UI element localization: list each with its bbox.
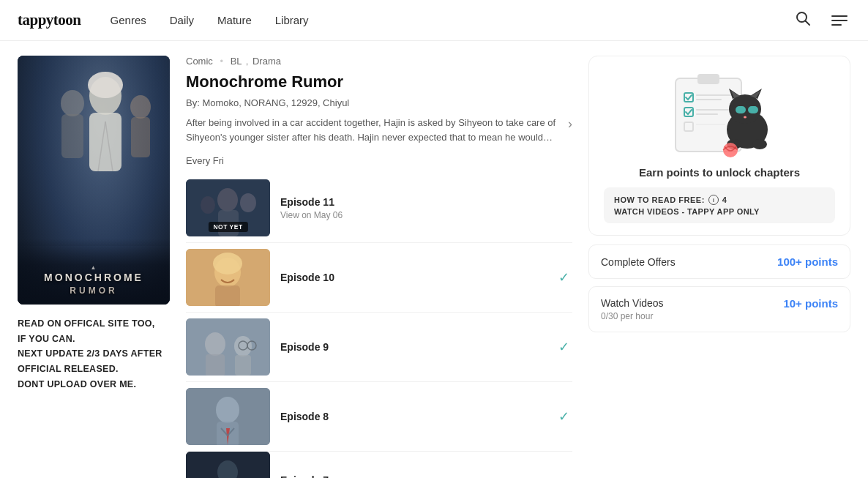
episode-8-thumb: [186, 388, 270, 445]
cover-image: MONOCHROME RUMOR ▲: [18, 56, 170, 305]
svg-point-15: [240, 193, 256, 212]
authors-line: By: Momoko, NORANG, 12929, Chiyul: [186, 97, 572, 108]
tag-separator-2: ,: [246, 56, 249, 67]
search-icon: [795, 10, 811, 26]
main-nav: Genres Daily Mature Library: [111, 14, 309, 26]
episode-list: NOT YET Episode 11 View on May 06: [186, 173, 572, 478]
episode-10-number: Episode 10: [280, 272, 548, 283]
description-area: After being involved in a car accident t…: [186, 116, 572, 145]
description-text: After being involved in a car accident t…: [186, 116, 565, 145]
svg-rect-37: [697, 74, 719, 84]
episode-7-number: Episode 7: [280, 474, 572, 478]
schedule: Every Fri: [186, 155, 572, 166]
episode-11-info: Episode 11 View on May 06: [280, 196, 572, 220]
expand-description-icon[interactable]: ›: [568, 116, 572, 132]
episode-9-info: Episode 9: [280, 341, 548, 353]
header: tappytoon Genres Daily Mature Library: [0, 0, 868, 41]
episode-9-check-icon: ✓: [558, 339, 569, 355]
episode-item-8[interactable]: Episode 8 ✓: [186, 382, 572, 452]
tag-bl: BL: [231, 56, 242, 67]
svg-rect-42: [696, 109, 729, 111]
episode-8-info: Episode 8: [280, 411, 548, 422]
cover-title-sub: RUMOR: [23, 285, 164, 296]
cat-svg: [661, 71, 778, 159]
svg-point-55: [744, 116, 747, 119]
episode-item-11[interactable]: NOT YET Episode 11 View on May 06: [186, 173, 572, 243]
unlock-card: Earn points to unlock chapters HOW TO RE…: [588, 56, 850, 236]
episode-item-10[interactable]: Episode 10 ✓: [186, 243, 572, 313]
cat-illustration: [604, 71, 835, 159]
episode-10-check-icon: ✓: [558, 269, 569, 285]
main-content: MONOCHROME RUMOR ▲ READ ON OFFICAL SITE …: [0, 41, 868, 478]
svg-rect-22: [206, 354, 225, 376]
offers-label: Complete Offers: [601, 256, 676, 268]
tags-line: Comic • BL , Drama: [186, 56, 572, 67]
episode-10-thumb: [186, 249, 270, 306]
nav-library[interactable]: Library: [275, 14, 309, 26]
ep7-art: [186, 452, 270, 478]
cover-art-svg: [32, 63, 157, 239]
unlock-title: Earn points to unlock chapters: [604, 166, 835, 179]
how-to-number: 4: [722, 195, 727, 204]
info-circle-icon: i: [708, 195, 719, 205]
watch-videos-row[interactable]: Watch Videos 0/30 per hour 10+ points: [588, 286, 850, 332]
episode-item-9[interactable]: Episode 9 ✓: [186, 313, 572, 382]
watermark-note: READ ON OFFICAL SITE TOO, IF YOU CAN. NE…: [18, 316, 170, 392]
svg-point-12: [217, 188, 238, 212]
svg-line-1: [806, 21, 810, 26]
watch-videos-value: 10+ points: [783, 297, 838, 310]
svg-point-58: [723, 143, 738, 157]
svg-rect-20: [186, 318, 270, 376]
how-to-title-row: HOW TO READ FREE: i 4: [614, 195, 825, 205]
menu-line-1: [831, 15, 848, 17]
episode-9-number: Episode 9: [280, 341, 548, 353]
menu-button[interactable]: [828, 12, 850, 29]
svg-rect-45: [696, 124, 725, 125]
episode-10-info: Episode 10: [280, 272, 548, 283]
svg-rect-40: [696, 99, 722, 100]
comic-title: Monochrome Rumor: [186, 72, 572, 92]
episode-7-info: Episode 7: [280, 474, 572, 478]
tag-drama: Drama: [252, 56, 281, 67]
right-panel: Earn points to unlock chapters HOW TO RE…: [588, 56, 850, 478]
svg-rect-10: [131, 117, 150, 157]
nav-mature[interactable]: Mature: [217, 14, 252, 26]
svg-rect-19: [215, 285, 240, 306]
complete-offers-row[interactable]: Complete Offers 100+ points: [588, 244, 850, 279]
ep9-art: [186, 318, 270, 376]
ep8-art: [186, 388, 270, 445]
menu-line-3: [831, 24, 842, 26]
svg-rect-52: [736, 106, 746, 113]
left-panel: MONOCHROME RUMOR ▲ READ ON OFFICAL SITE …: [18, 56, 170, 478]
how-to-subtitle: WATCH VIDEOS - TAPPY APP ONLY: [614, 207, 825, 216]
episode-item-7[interactable]: Episode 7: [186, 452, 572, 478]
episode-11-number: Episode 11: [280, 196, 572, 208]
svg-point-29: [216, 397, 239, 423]
nav-daily[interactable]: Daily: [170, 14, 194, 26]
svg-rect-39: [696, 94, 733, 96]
svg-rect-8: [61, 114, 83, 158]
how-to-title-text: HOW TO READ FREE:: [614, 195, 705, 204]
nav-genres[interactable]: Genres: [111, 14, 146, 26]
offers-value: 100+ points: [777, 255, 838, 268]
svg-point-57: [752, 139, 767, 149]
how-to-free-box: HOW TO READ FREE: i 4 WATCH VIDEOS - TAP…: [604, 187, 835, 223]
search-button[interactable]: [792, 7, 814, 33]
tag-separator-1: •: [220, 56, 223, 67]
ep10-art: [186, 249, 270, 306]
watch-videos-info: Watch Videos 0/30 per hour: [601, 297, 664, 321]
watch-videos-label: Watch Videos: [601, 297, 664, 309]
episode-9-thumb: [186, 318, 270, 376]
svg-point-4: [88, 72, 123, 98]
episode-11-date: View on May 06: [280, 210, 572, 220]
svg-rect-53: [748, 106, 758, 113]
svg-rect-24: [235, 355, 251, 376]
watch-videos-sublabel: 0/30 per hour: [601, 311, 664, 321]
svg-point-9: [130, 95, 151, 119]
not-yet-badge: NOT YET: [208, 222, 247, 232]
svg-point-14: [201, 196, 215, 214]
logo[interactable]: tappytoon: [18, 11, 81, 29]
header-actions: [792, 7, 850, 33]
svg-point-23: [234, 336, 252, 356]
menu-line-2: [831, 20, 848, 21]
